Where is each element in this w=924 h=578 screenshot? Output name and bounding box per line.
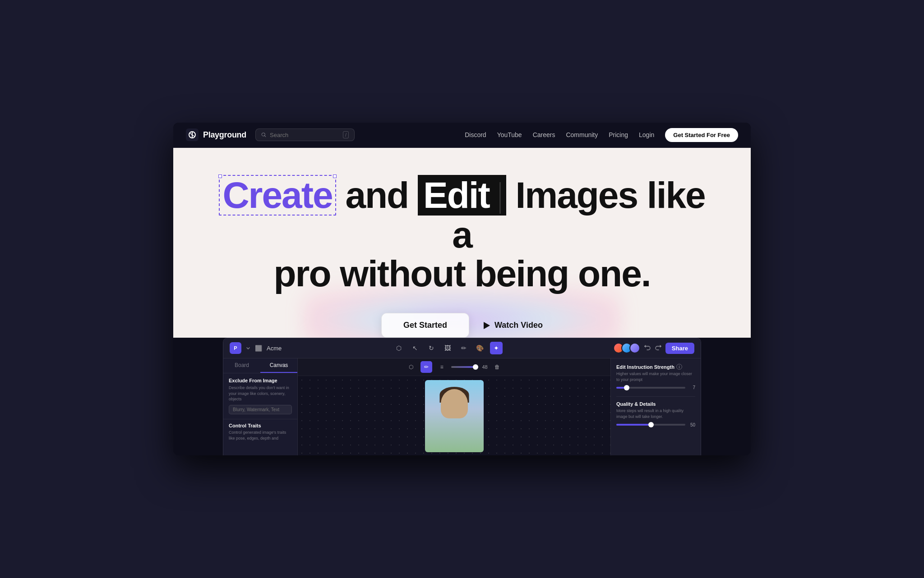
control-traits-section: Control Traits Control generated image's…: [223, 419, 297, 445]
avatar-3: [629, 343, 640, 353]
canvas-toolbar-top: ⬡ ✏ ≡ 48 🗑: [298, 358, 610, 376]
undo-icon[interactable]: [644, 344, 651, 352]
nav-link-login[interactable]: Login: [639, 131, 654, 138]
app-logo-small: P: [230, 342, 241, 354]
playground-logo-icon: [186, 128, 199, 141]
app-canvas[interactable]: ⬡ ✏ ≡ 48 🗑: [298, 358, 610, 455]
dropdown-arrow-icon[interactable]: [246, 346, 250, 350]
navbar: Playground / Discord YouTube Careers Com…: [173, 123, 751, 148]
nav-search-container[interactable]: /: [255, 128, 355, 141]
quality-section: Quality & Details More steps will result…: [616, 401, 695, 427]
hero-and: and: [345, 174, 418, 216]
edit-strength-thumb[interactable]: [624, 385, 629, 390]
search-icon: [261, 132, 266, 138]
hero-create-word: Create: [219, 175, 336, 216]
person-image: [425, 380, 484, 452]
quality-thumb[interactable]: [648, 422, 654, 427]
search-input[interactable]: [270, 132, 339, 138]
watch-video-button[interactable]: Watch Video: [484, 321, 543, 330]
sidebar-tabs: Board Canvas: [223, 358, 297, 373]
toolbar-brush-icon[interactable]: 🎨: [474, 342, 486, 354]
canvas-tool-small[interactable]: ⬡: [405, 361, 417, 373]
canvas-dot-grid: [298, 376, 610, 455]
edit-strength-info-icon[interactable]: i: [676, 364, 682, 370]
svg-line-5: [265, 136, 266, 137]
exclude-title: Exclude From Image: [229, 378, 292, 383]
edit-strength-desc: Higher values will make your image close…: [616, 371, 695, 382]
quality-value: 50: [688, 422, 695, 427]
nav-link-pricing[interactable]: Pricing: [609, 131, 628, 138]
toolbar-pen-icon[interactable]: ✏: [457, 342, 470, 354]
nav-link-discord[interactable]: Discord: [465, 131, 486, 138]
app-window-icon[interactable]: ⬜: [255, 345, 262, 352]
quality-title: Quality & Details: [616, 401, 695, 407]
hero-headline: Create and Edit Images like a pro withou…: [218, 175, 706, 293]
avatar-group: [613, 343, 640, 353]
sidebar-tab-canvas[interactable]: Canvas: [260, 358, 297, 373]
hero-edit-word: Edit: [418, 175, 506, 216]
app-sidebar: Board Canvas Exclude From Image Describe…: [223, 358, 298, 455]
hero-actions: Get Started Watch Video: [218, 313, 706, 338]
exclude-desc: Describe details you don't want in your …: [229, 385, 292, 402]
app-window: P ⬜ Acme ⬡ ↖ ↻ 🖼 ✏ 🎨 ✦: [223, 338, 701, 455]
toolbar-edit-icon[interactable]: ✦: [490, 342, 503, 354]
app-preview-section: P ⬜ Acme ⬡ ↖ ↻ 🖼 ✏ 🎨 ✦: [173, 338, 751, 455]
nav-link-youtube[interactable]: YouTube: [497, 131, 522, 138]
hero-pro-text: pro without being one.: [273, 253, 650, 294]
toolbar-cursor-icon[interactable]: ↖: [409, 342, 421, 354]
edit-strength-slider[interactable]: [616, 387, 685, 389]
edit-strength-slider-row: 7: [616, 385, 695, 390]
app-body: Board Canvas Exclude From Image Describe…: [223, 358, 701, 455]
search-slash-key: /: [343, 131, 349, 138]
canvas-slider-thumb[interactable]: [473, 364, 478, 370]
sidebar-tab-board[interactable]: Board: [223, 358, 260, 373]
exclude-section: Exclude From Image Describe details you …: [223, 373, 297, 419]
person-head: [441, 389, 468, 418]
nav-links: Discord YouTube Careers Community Pricin…: [465, 128, 738, 142]
text-cursor: [499, 182, 501, 214]
canvas-tool-brush[interactable]: ✏: [420, 361, 432, 373]
nav-logo[interactable]: Playground: [186, 128, 246, 141]
redo-icon[interactable]: [655, 344, 662, 352]
edit-strength-value: 7: [688, 385, 695, 390]
play-icon: [484, 322, 490, 329]
get-started-button[interactable]: Get Started: [381, 313, 469, 338]
panel-divider: [616, 396, 695, 397]
nav-link-careers[interactable]: Careers: [533, 131, 555, 138]
canvas-tool-lines[interactable]: ≡: [436, 361, 448, 373]
toolbar-share-icon[interactable]: ⬡: [393, 342, 405, 354]
canvas-tool-delete[interactable]: 🗑: [491, 361, 503, 373]
canvas-image: [425, 380, 484, 452]
toolbar-right: Share: [613, 343, 694, 354]
edit-strength-title: Edit Instruction Strength i: [616, 364, 695, 370]
canvas-slider-container: [451, 366, 478, 368]
nav-link-community[interactable]: Community: [566, 131, 598, 138]
quality-desc: More steps will result in a high quality…: [616, 408, 695, 419]
app-right-panel: Edit Instruction Strength i Higher value…: [610, 358, 701, 455]
get-started-free-button[interactable]: Get Started For Free: [665, 128, 738, 142]
app-toolbar: P ⬜ Acme ⬡ ↖ ↻ 🖼 ✏ 🎨 ✦: [223, 338, 701, 358]
control-traits-desc: Control generated image's traits like po…: [229, 430, 292, 441]
quality-slider[interactable]: [616, 424, 685, 426]
nav-logo-text: Playground: [203, 130, 246, 140]
hero-section: Create and Edit Images like a pro withou…: [173, 148, 751, 338]
edit-strength-section: Edit Instruction Strength i Higher value…: [616, 364, 695, 390]
exclude-input[interactable]: [229, 405, 292, 414]
canvas-slider[interactable]: [451, 366, 478, 368]
toolbar-image-icon[interactable]: 🖼: [441, 342, 454, 354]
share-button[interactable]: Share: [665, 343, 694, 354]
control-traits-title: Control Traits: [229, 423, 292, 428]
toolbar-center: ⬡ ↖ ↻ 🖼 ✏ 🎨 ✦: [286, 342, 609, 354]
toolbar-rotate-icon[interactable]: ↻: [425, 342, 438, 354]
quality-slider-row: 50: [616, 422, 695, 427]
canvas-num-value: 48: [482, 364, 487, 370]
app-title: Acme: [267, 345, 282, 352]
quality-fill: [616, 424, 651, 426]
screen-wrapper: Playground / Discord YouTube Careers Com…: [173, 123, 751, 455]
